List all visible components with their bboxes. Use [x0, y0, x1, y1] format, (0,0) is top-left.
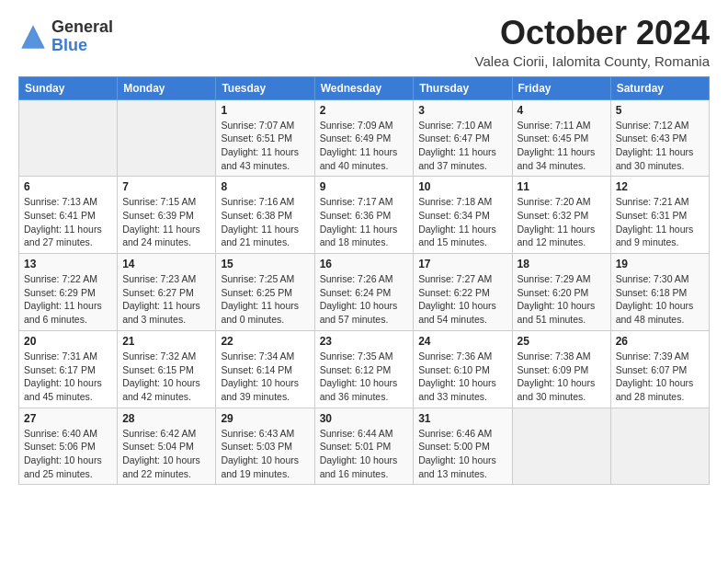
day-info: Sunrise: 7:15 AMSunset: 6:39 PMDaylight:…: [122, 195, 210, 249]
calendar-cell: 3Sunrise: 7:10 AMSunset: 6:47 PMDaylight…: [414, 99, 512, 177]
calendar-cell: 14Sunrise: 7:23 AMSunset: 6:27 PMDayligh…: [118, 254, 216, 331]
day-number: 24: [418, 335, 506, 348]
calendar-cell: 28Sunrise: 6:42 AMSunset: 5:04 PMDayligh…: [118, 408, 216, 485]
day-info: Sunrise: 7:11 AMSunset: 6:45 PMDaylight:…: [518, 119, 606, 173]
day-number: 13: [24, 258, 112, 270]
logo-general-text: General: [51, 18, 113, 37]
day-info: Sunrise: 7:18 AMSunset: 6:34 PMDaylight:…: [418, 195, 506, 249]
day-info: Sunrise: 7:22 AMSunset: 6:29 PMDaylight:…: [24, 272, 112, 327]
day-number: 30: [320, 412, 409, 425]
day-info: Sunrise: 7:32 AMSunset: 6:15 PMDaylight:…: [122, 350, 210, 404]
calendar-cell: 16Sunrise: 7:26 AMSunset: 6:24 PMDayligh…: [314, 254, 414, 331]
day-info: Sunrise: 7:07 AMSunset: 6:51 PMDaylight:…: [221, 119, 309, 173]
calendar-week-row: 27Sunrise: 6:40 AMSunset: 5:06 PMDayligh…: [19, 408, 710, 485]
day-info: Sunrise: 7:27 AMSunset: 6:22 PMDaylight:…: [418, 272, 506, 327]
calendar-cell: 2Sunrise: 7:09 AMSunset: 6:49 PMDaylight…: [314, 99, 414, 177]
day-info: Sunrise: 7:36 AMSunset: 6:10 PMDaylight:…: [418, 350, 506, 404]
day-number: 1: [221, 104, 309, 117]
day-info: Sunrise: 7:16 AMSunset: 6:38 PMDaylight:…: [221, 195, 309, 249]
day-info: Sunrise: 7:39 AMSunset: 6:07 PMDaylight:…: [616, 350, 704, 404]
calendar-cell: 17Sunrise: 7:27 AMSunset: 6:22 PMDayligh…: [414, 254, 512, 331]
calendar-cell: 20Sunrise: 7:31 AMSunset: 6:17 PMDayligh…: [19, 330, 118, 408]
day-number: 17: [418, 258, 506, 270]
calendar-cell: 19Sunrise: 7:30 AMSunset: 6:18 PMDayligh…: [610, 254, 709, 331]
day-info: Sunrise: 7:09 AMSunset: 6:49 PMDaylight:…: [320, 119, 409, 173]
calendar-cell: 27Sunrise: 6:40 AMSunset: 5:06 PMDayligh…: [19, 408, 118, 485]
day-info: Sunrise: 6:42 AMSunset: 5:04 PMDaylight:…: [122, 427, 210, 481]
day-number: 14: [122, 258, 210, 270]
calendar-cell: 26Sunrise: 7:39 AMSunset: 6:07 PMDayligh…: [610, 330, 709, 408]
day-number: 31: [418, 412, 506, 425]
day-info: Sunrise: 7:21 AMSunset: 6:31 PMDaylight:…: [616, 195, 704, 249]
weekday-header: Wednesday: [314, 76, 414, 99]
day-number: 5: [616, 104, 704, 117]
weekday-header: Saturday: [610, 76, 709, 99]
day-info: Sunrise: 7:35 AMSunset: 6:12 PMDaylight:…: [320, 350, 409, 404]
day-number: 7: [122, 180, 210, 193]
calendar-cell: 18Sunrise: 7:29 AMSunset: 6:20 PMDayligh…: [512, 254, 610, 331]
logo-text: General Blue: [51, 18, 113, 55]
calendar-cell: 25Sunrise: 7:38 AMSunset: 6:09 PMDayligh…: [512, 330, 610, 408]
calendar-cell: 13Sunrise: 7:22 AMSunset: 6:29 PMDayligh…: [19, 254, 118, 331]
calendar-cell: 30Sunrise: 6:44 AMSunset: 5:01 PMDayligh…: [314, 408, 414, 485]
day-number: 26: [616, 335, 704, 348]
calendar-table: SundayMondayTuesdayWednesdayThursdayFrid…: [18, 76, 710, 486]
calendar-cell: 9Sunrise: 7:17 AMSunset: 6:36 PMDaylight…: [314, 177, 414, 254]
day-number: 27: [24, 412, 112, 425]
day-info: Sunrise: 6:40 AMSunset: 5:06 PMDaylight:…: [24, 427, 112, 481]
calendar-cell: 24Sunrise: 7:36 AMSunset: 6:10 PMDayligh…: [414, 330, 512, 408]
day-number: 10: [418, 180, 506, 193]
calendar-week-row: 13Sunrise: 7:22 AMSunset: 6:29 PMDayligh…: [19, 254, 710, 331]
day-number: 8: [221, 180, 309, 193]
weekday-header: Sunday: [19, 76, 118, 99]
day-info: Sunrise: 7:17 AMSunset: 6:36 PMDaylight:…: [320, 195, 409, 249]
weekday-header: Thursday: [414, 76, 512, 99]
day-info: Sunrise: 7:23 AMSunset: 6:27 PMDaylight:…: [122, 272, 210, 327]
calendar-cell: 21Sunrise: 7:32 AMSunset: 6:15 PMDayligh…: [118, 330, 216, 408]
day-info: Sunrise: 7:25 AMSunset: 6:25 PMDaylight:…: [221, 272, 309, 327]
page: General Blue October 2024 Valea Ciorii, …: [0, 0, 728, 500]
calendar-cell: 29Sunrise: 6:43 AMSunset: 5:03 PMDayligh…: [216, 408, 314, 485]
day-number: 15: [221, 258, 309, 270]
calendar-cell: 10Sunrise: 7:18 AMSunset: 6:34 PMDayligh…: [414, 177, 512, 254]
weekday-header: Tuesday: [216, 76, 314, 99]
calendar-cell: 31Sunrise: 6:46 AMSunset: 5:00 PMDayligh…: [414, 408, 512, 485]
day-number: 23: [320, 335, 409, 348]
day-info: Sunrise: 7:31 AMSunset: 6:17 PMDaylight:…: [24, 350, 112, 404]
day-number: 9: [320, 180, 409, 193]
calendar-cell: 15Sunrise: 7:25 AMSunset: 6:25 PMDayligh…: [216, 254, 314, 331]
calendar-cell: 12Sunrise: 7:21 AMSunset: 6:31 PMDayligh…: [610, 177, 709, 254]
day-number: 12: [616, 180, 704, 193]
calendar-cell: 4Sunrise: 7:11 AMSunset: 6:45 PMDaylight…: [512, 99, 610, 177]
day-info: Sunrise: 7:10 AMSunset: 6:47 PMDaylight:…: [418, 119, 506, 173]
day-number: 6: [24, 180, 112, 193]
calendar-cell: 23Sunrise: 7:35 AMSunset: 6:12 PMDayligh…: [314, 330, 414, 408]
day-number: 2: [320, 104, 409, 117]
calendar-week-row: 1Sunrise: 7:07 AMSunset: 6:51 PMDaylight…: [19, 99, 710, 177]
day-info: Sunrise: 6:46 AMSunset: 5:00 PMDaylight:…: [418, 427, 506, 481]
day-info: Sunrise: 6:43 AMSunset: 5:03 PMDaylight:…: [221, 427, 309, 481]
day-info: Sunrise: 7:12 AMSunset: 6:43 PMDaylight:…: [616, 119, 704, 173]
calendar-cell: 8Sunrise: 7:16 AMSunset: 6:38 PMDaylight…: [216, 177, 314, 254]
calendar-cell: 5Sunrise: 7:12 AMSunset: 6:43 PMDaylight…: [610, 99, 709, 177]
day-info: Sunrise: 6:44 AMSunset: 5:01 PMDaylight:…: [320, 427, 409, 481]
calendar-cell: 22Sunrise: 7:34 AMSunset: 6:14 PMDayligh…: [216, 330, 314, 408]
calendar-cell: [512, 408, 610, 485]
day-number: 4: [518, 104, 606, 117]
logo-icon: [18, 22, 48, 52]
day-number: 21: [122, 335, 210, 348]
day-info: Sunrise: 7:29 AMSunset: 6:20 PMDaylight:…: [518, 272, 606, 327]
calendar-cell: [19, 99, 118, 177]
calendar-week-row: 6Sunrise: 7:13 AMSunset: 6:41 PMDaylight…: [19, 177, 710, 254]
day-info: Sunrise: 7:20 AMSunset: 6:32 PMDaylight:…: [518, 195, 606, 249]
calendar-cell: [118, 99, 216, 177]
day-info: Sunrise: 7:13 AMSunset: 6:41 PMDaylight:…: [24, 195, 112, 249]
header: General Blue October 2024 Valea Ciorii, …: [18, 15, 710, 69]
day-info: Sunrise: 7:26 AMSunset: 6:24 PMDaylight:…: [320, 272, 409, 327]
day-number: 25: [518, 335, 606, 348]
day-number: 16: [320, 258, 409, 270]
calendar-cell: 11Sunrise: 7:20 AMSunset: 6:32 PMDayligh…: [512, 177, 610, 254]
calendar-cell: 1Sunrise: 7:07 AMSunset: 6:51 PMDaylight…: [216, 99, 314, 177]
day-number: 3: [418, 104, 506, 117]
calendar-week-row: 20Sunrise: 7:31 AMSunset: 6:17 PMDayligh…: [19, 330, 710, 408]
